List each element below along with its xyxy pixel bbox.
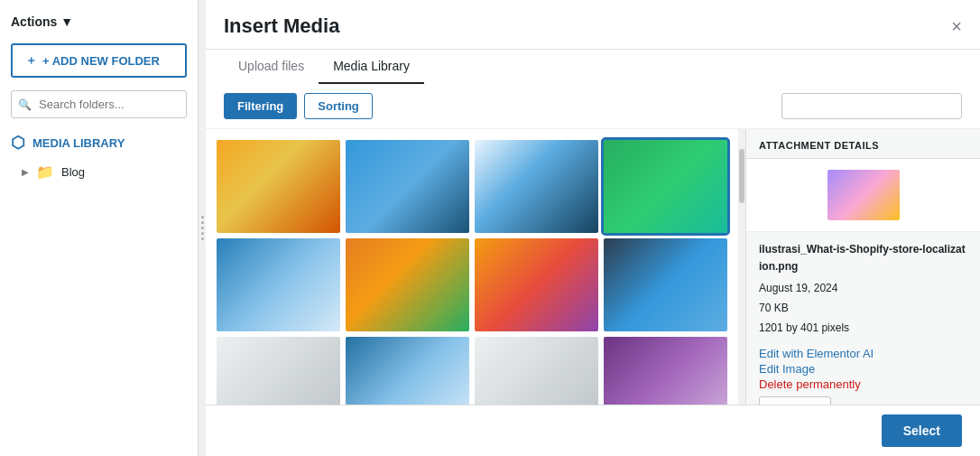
resize-handle[interactable] bbox=[199, 0, 206, 456]
sidebar: Actions ▼ ＋ + ADD NEW FOLDER 🔍 ⬡ MEDIA L… bbox=[0, 0, 199, 456]
actions-label: Actions bbox=[11, 14, 57, 29]
insert-media-modal: Insert Media × Upload files Media Librar… bbox=[206, 0, 980, 456]
search-media-input[interactable] bbox=[781, 93, 962, 119]
drag-dot bbox=[201, 216, 204, 219]
attachment-info: ilustrasi_What-is-Shopify-store-localiza… bbox=[746, 232, 980, 347]
media-library-label: MEDIA LIBRARY bbox=[32, 136, 125, 150]
chevron-down-icon: ▼ bbox=[60, 14, 73, 29]
media-library-nav[interactable]: ⬡ MEDIA LIBRARY bbox=[0, 124, 198, 158]
attachment-filename: ilustrasi_What-is-Shopify-store-localiza… bbox=[759, 241, 967, 275]
drag-dot bbox=[201, 227, 204, 229]
media-thumb-3[interactable] bbox=[475, 140, 598, 233]
media-grid bbox=[217, 140, 727, 405]
actions-menu[interactable]: Actions ▼ bbox=[0, 7, 198, 36]
attachment-thumbnail-image bbox=[827, 170, 900, 220]
media-thumb-11[interactable] bbox=[475, 337, 598, 405]
attachment-size: 70 KB bbox=[759, 299, 967, 319]
tab-media-library[interactable]: Media Library bbox=[319, 50, 424, 84]
attachment-thumbnail-container bbox=[746, 159, 980, 232]
select-button[interactable]: Select bbox=[882, 414, 962, 447]
media-thumb-9[interactable] bbox=[217, 337, 340, 405]
folder-icon: 📁 bbox=[36, 163, 54, 181]
attachment-date: August 19, 2024 bbox=[759, 279, 967, 299]
drag-dot bbox=[201, 221, 204, 224]
drag-dot bbox=[201, 237, 204, 240]
media-thumb-6[interactable] bbox=[346, 238, 469, 331]
modal-footer: Select bbox=[206, 405, 980, 456]
attachment-dimensions: 1201 by 401 pixels bbox=[759, 319, 967, 339]
tab-upload-files[interactable]: Upload files bbox=[224, 50, 319, 84]
edit-image-link[interactable]: Edit Image bbox=[759, 362, 967, 376]
modal-header: Insert Media × bbox=[206, 0, 980, 50]
tabs-bar: Upload files Media Library bbox=[206, 50, 980, 84]
media-library-icon: ⬡ bbox=[11, 133, 25, 153]
folder-chevron-icon: ▶ bbox=[22, 167, 29, 177]
modal-title: Insert Media bbox=[224, 14, 339, 49]
search-icon: 🔍 bbox=[18, 98, 32, 111]
media-thumb-2[interactable] bbox=[346, 140, 469, 233]
media-grid-wrap[interactable] bbox=[206, 129, 738, 405]
media-thumb-8[interactable] bbox=[604, 238, 727, 331]
media-thumb-7[interactable] bbox=[475, 238, 598, 331]
attachment-details-panel: ATTACHMENT DETAILS ilustrasi_What-is-Sho… bbox=[745, 129, 980, 405]
sorting-button[interactable]: Sorting bbox=[304, 93, 373, 119]
media-thumb-12[interactable] bbox=[604, 337, 727, 405]
folder-name: Blog bbox=[61, 165, 85, 179]
scrollbar-track[interactable] bbox=[738, 129, 745, 405]
close-button[interactable]: × bbox=[951, 17, 962, 46]
edit-elementor-link[interactable]: Edit with Elementor AI bbox=[759, 347, 967, 360]
media-thumb-1[interactable] bbox=[217, 140, 340, 233]
drag-dot bbox=[201, 232, 204, 235]
duplicate-button[interactable]: Duplicate bbox=[759, 396, 831, 405]
media-thumb-10[interactable] bbox=[346, 337, 469, 405]
folder-item-blog[interactable]: ▶ 📁 Blog bbox=[0, 158, 198, 186]
add-new-folder-button[interactable]: ＋ + ADD NEW FOLDER bbox=[11, 43, 187, 78]
search-folders-input[interactable] bbox=[11, 90, 187, 118]
filtering-button[interactable]: Filtering bbox=[224, 93, 297, 119]
search-folders-container: 🔍 bbox=[11, 90, 187, 118]
media-thumb-4[interactable] bbox=[604, 140, 727, 233]
media-thumb-5[interactable] bbox=[217, 238, 340, 331]
scrollbar-thumb bbox=[739, 149, 744, 203]
content-area: ATTACHMENT DETAILS ilustrasi_What-is-Sho… bbox=[206, 129, 980, 405]
media-toolbar: Filtering Sorting bbox=[206, 84, 980, 129]
delete-permanently-link[interactable]: Delete permanently bbox=[759, 377, 967, 391]
add-folder-icon: ＋ bbox=[25, 52, 37, 69]
attachment-header: ATTACHMENT DETAILS bbox=[746, 129, 980, 159]
attachment-actions: Edit with Elementor AI Edit Image Delete… bbox=[746, 347, 980, 405]
